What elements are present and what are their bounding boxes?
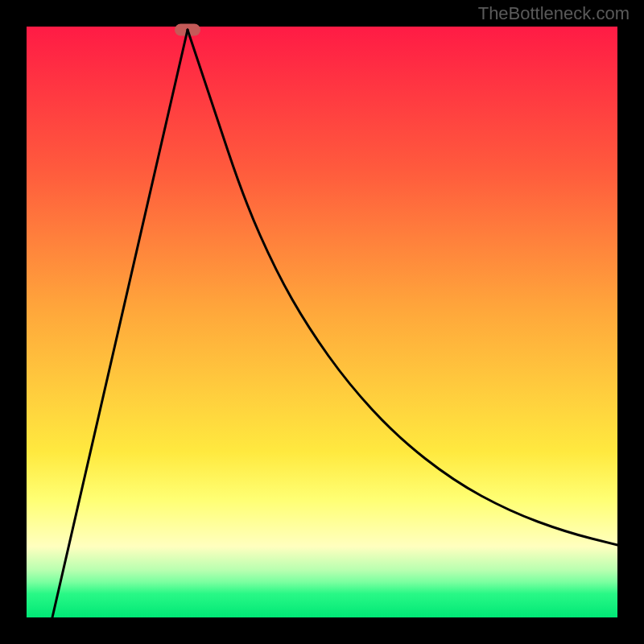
chart-plot-area bbox=[27, 27, 617, 617]
bottleneck-curve bbox=[27, 27, 617, 617]
watermark-text: TheBottleneck.com bbox=[478, 3, 630, 24]
curve-right-branch bbox=[188, 30, 617, 545]
curve-left-branch bbox=[52, 30, 188, 617]
